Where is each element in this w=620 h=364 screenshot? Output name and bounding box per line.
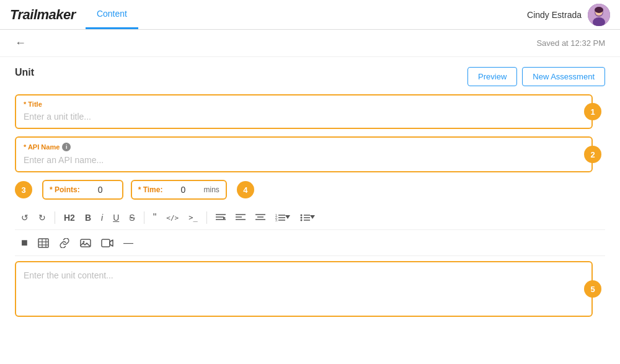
saved-status: Saved at 12:32 PM [536, 38, 605, 48]
api-name-label: * API Name i [24, 143, 584, 151]
toolbar-sep-1 [55, 211, 55, 224]
blockquote-button[interactable]: " [149, 210, 161, 226]
new-assessment-button[interactable]: New Assessment [522, 67, 605, 86]
image-button[interactable] [76, 236, 95, 251]
svg-marker-28 [310, 215, 315, 219]
svg-rect-29 [38, 239, 48, 247]
avatar [588, 4, 610, 26]
step-badge-3: 3 [15, 181, 32, 198]
code-button[interactable]: </> [162, 211, 182, 224]
logo-trail: Trail [10, 7, 37, 22]
page-title: Unit [15, 67, 34, 78]
step-badge-5: 5 [584, 280, 601, 298]
time-unit: mins [203, 185, 219, 194]
underline-button[interactable]: U [109, 210, 123, 225]
preview-button[interactable]: Preview [467, 67, 517, 86]
svg-point-35 [82, 241, 84, 242]
logo: Trailmaker [10, 7, 76, 23]
title-field-group: * Title [15, 94, 593, 129]
step-badge-2: 2 [584, 146, 601, 163]
align-left-button[interactable] [232, 211, 249, 224]
strikethrough-button[interactable]: S [125, 210, 138, 225]
avatar-image [588, 4, 610, 26]
align-center-button[interactable] [252, 211, 269, 224]
header-left: Trailmaker Content [10, 0, 138, 29]
header-actions: Preview New Assessment [467, 67, 605, 86]
italic-button[interactable]: i [97, 210, 107, 225]
api-name-input[interactable] [24, 154, 584, 166]
h2-button[interactable]: H2 [60, 210, 79, 225]
toolbar-2: ■ — [15, 230, 605, 256]
time-input[interactable] [167, 185, 198, 195]
nav-tab-content[interactable]: Content [86, 0, 138, 29]
api-name-field-group: * API Name i [15, 136, 593, 172]
step-badge-1: 1 [584, 103, 601, 120]
video-button[interactable] [97, 236, 117, 251]
sub-header: ← Saved at 12:32 PM [0, 30, 620, 57]
points-time-wrapper: 3 * Points: * Time: mins 4 [15, 180, 605, 200]
divider-button[interactable]: — [120, 235, 137, 251]
title-label: * Title [24, 100, 584, 108]
toolbar-1: ↺ ↻ H2 B i U S " </> >_ 1.2.3. [15, 206, 605, 230]
content-editor[interactable]: Enter the unit content... [15, 261, 593, 317]
points-group: * Points: [42, 180, 123, 200]
align-button[interactable] [212, 211, 229, 224]
user-name: Cindy Estrada [527, 10, 582, 20]
api-name-info-icon[interactable]: i [62, 143, 71, 151]
points-input[interactable] [85, 185, 116, 195]
svg-marker-21 [285, 215, 290, 219]
undo-button[interactable]: ↺ [17, 210, 32, 225]
content-area-wrapper: Enter the unit content... 5 [15, 261, 593, 317]
redo-button[interactable]: ↻ [35, 210, 50, 225]
svg-rect-36 [102, 239, 110, 247]
table-button[interactable] [34, 236, 53, 251]
color-block-button[interactable]: ■ [17, 234, 32, 252]
back-button[interactable]: ← [15, 37, 26, 50]
title-field-wrapper: * Title 1 [15, 94, 593, 129]
toolbar-sep-3 [206, 211, 207, 224]
svg-point-22 [300, 215, 302, 216]
svg-point-4 [595, 7, 603, 13]
main-content: Unit Preview New Assessment * Title 1 * … [0, 57, 620, 364]
svg-point-23 [300, 217, 302, 219]
terminal-button[interactable]: >_ [185, 211, 201, 224]
logo-maker: maker [37, 7, 76, 22]
content-placeholder: Enter the unit content... [24, 270, 113, 280]
header: Trailmaker Content Cindy Estrada [0, 0, 620, 30]
svg-point-24 [300, 220, 302, 221]
bullet-list-button[interactable] [296, 211, 319, 224]
step-badge-4: 4 [237, 181, 254, 198]
points-label: * Points: [50, 185, 80, 194]
api-name-field-wrapper: * API Name i 2 [15, 136, 593, 172]
ordered-list-button[interactable]: 1.2.3. [272, 211, 294, 224]
bold-button[interactable]: B [81, 210, 95, 225]
time-group: * Time: mins [131, 180, 227, 200]
svg-text:3.: 3. [275, 218, 278, 222]
toolbar-sep-2 [144, 211, 144, 224]
time-label: * Time: [138, 185, 163, 194]
header-right: Cindy Estrada [527, 4, 610, 26]
title-input[interactable] [24, 110, 584, 123]
link-button[interactable] [55, 236, 74, 251]
